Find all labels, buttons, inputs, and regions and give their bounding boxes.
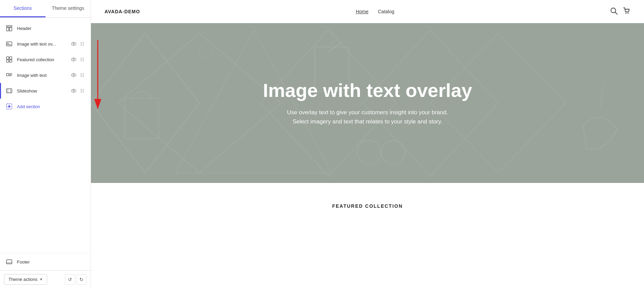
add-section-icon [5,103,13,110]
nav-link-home[interactable]: Home [356,9,368,14]
svg-point-46 [81,92,81,92]
svg-rect-0 [6,26,12,27]
svg-point-43 [83,89,84,90]
sidebar-item-image-text-actions [70,72,85,79]
sidebar-item-image-overlay-label: Image with text ov... [17,41,70,47]
sidebar-item-image-with-text[interactable]: Image with text [0,67,91,83]
preview-nav-icons [610,7,630,16]
theme-actions-bar: Theme actions ▼ ↺ ↻ [0,270,91,288]
footer-icon [5,258,13,266]
text-image-icon [5,71,13,79]
add-section-button[interactable]: Add section [0,99,91,114]
sidebar-item-header-label: Header [17,26,85,31]
svg-point-21 [81,59,81,60]
svg-point-47 [83,92,84,92]
sidebar-items-list: Header Image with text ov... [0,18,91,253]
main-preview: AVADA-DEMO Home Catalog [91,0,644,288]
sidebar-item-image-text-label: Image with text [17,73,70,78]
svg-point-12 [83,45,84,46]
drag-handle-featured[interactable] [79,56,85,63]
theme-actions-arrow: ▼ [39,277,43,281]
sidebar-item-image-text-overlay[interactable]: Image with text ov... [0,36,91,52]
sidebar-item-header[interactable]: Header [0,20,91,36]
svg-point-56 [628,13,629,14]
svg-point-24 [83,61,84,61]
search-icon[interactable] [610,7,618,16]
sidebar-item-slideshow-actions [70,87,85,94]
drag-handle-image-text[interactable] [79,72,85,78]
tab-theme-settings[interactable]: Theme settings [45,0,91,17]
svg-point-19 [81,58,81,58]
svg-point-36 [83,76,84,77]
grid-icon [5,56,13,63]
svg-point-22 [83,59,84,60]
sidebar: Sections Theme settings Header [0,0,91,288]
svg-line-54 [615,12,617,14]
preview-nav: AVADA-DEMO Home Catalog [91,0,644,23]
svg-point-20 [83,58,84,58]
svg-rect-2 [10,28,12,31]
theme-actions-button[interactable]: Theme actions ▼ [4,274,47,285]
svg-point-4 [7,43,8,44]
svg-rect-15 [6,60,9,62]
svg-point-44 [81,90,81,91]
hero-subtitle: Use overlay text to give your customers … [263,108,472,126]
svg-point-5 [71,43,76,46]
svg-point-34 [83,75,84,75]
svg-point-10 [83,44,84,44]
drag-handle-image-overlay[interactable] [79,41,85,47]
svg-rect-3 [6,42,12,46]
svg-point-11 [81,45,81,46]
visibility-toggle-featured[interactable] [70,56,77,63]
sidebar-item-footer-label: Footer [17,259,85,265]
svg-rect-1 [6,28,9,31]
svg-point-55 [626,13,627,14]
theme-actions-label: Theme actions [8,277,37,282]
svg-point-32 [83,73,84,74]
svg-rect-51 [6,260,12,264]
svg-rect-16 [10,60,12,62]
svg-point-35 [81,76,81,77]
sidebar-item-featured-actions [70,56,85,63]
hero-title: Image with text overlay [263,80,472,101]
svg-point-41 [73,90,74,91]
drag-handle-slideshow[interactable] [79,88,85,94]
svg-point-7 [81,42,81,43]
preview-nav-links: Home Catalog [356,9,394,14]
redo-button[interactable]: ↻ [76,274,87,285]
visibility-toggle-slideshow[interactable] [70,87,77,94]
visibility-toggle-image-overlay[interactable] [70,40,77,47]
svg-point-40 [71,89,76,92]
add-section-label: Add section [17,104,85,109]
featured-collection-title: FEATURED COLLECTION [105,203,630,209]
hero-section: Image with text overlay Use overlay text… [91,23,644,183]
svg-point-33 [81,75,81,75]
svg-point-30 [73,74,74,76]
slideshow-icon [5,87,13,95]
svg-point-18 [73,59,74,60]
nav-link-catalog[interactable]: Catalog [378,9,394,14]
sidebar-item-image-overlay-actions [70,40,85,47]
svg-point-8 [83,42,84,43]
svg-point-17 [71,58,76,61]
tab-sections[interactable]: Sections [0,0,45,17]
svg-point-42 [81,89,81,90]
svg-point-9 [81,44,81,44]
sidebar-item-featured-collection[interactable]: Featured collection [0,52,91,67]
svg-point-23 [81,61,81,61]
svg-rect-14 [10,57,12,59]
hero-text-overlay: Image with text overlay Use overlay text… [256,73,479,133]
undo-redo-group: ↺ ↻ [65,274,87,285]
svg-point-29 [71,74,76,77]
svg-point-6 [73,43,74,45]
sidebar-item-slideshow[interactable]: Slideshow [0,83,91,99]
cart-icon[interactable] [623,7,630,16]
layout-icon [5,24,13,32]
svg-point-45 [83,90,84,91]
svg-rect-25 [6,73,9,76]
sidebar-item-footer[interactable]: Footer [0,253,91,270]
featured-section: FEATURED COLLECTION [91,183,644,222]
image-overlay-icon [5,40,13,48]
undo-button[interactable]: ↺ [65,274,75,285]
visibility-toggle-image-text[interactable] [70,72,77,79]
